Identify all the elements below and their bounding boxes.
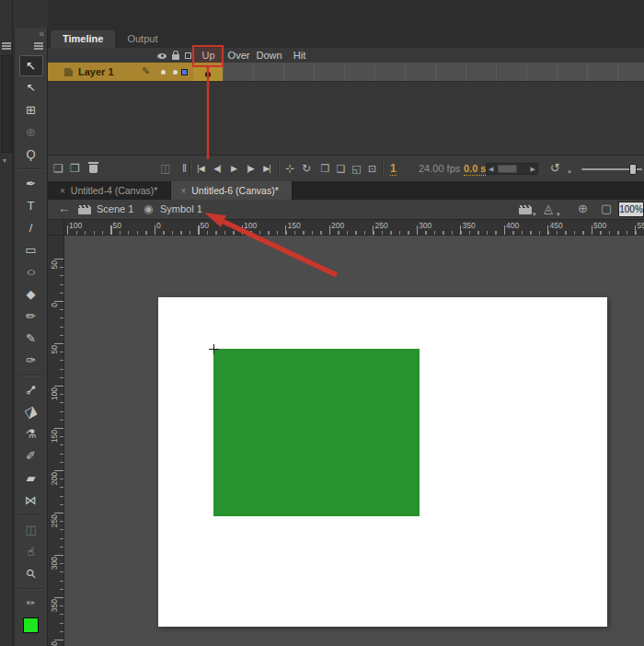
- scrollbar-thumb[interactable]: [498, 165, 517, 173]
- collapse-panel-button[interactable]: «: [39, 29, 44, 39]
- hand-tool[interactable]: ☝: [14, 540, 48, 562]
- playhead-marker-icon[interactable]: ‖: [182, 162, 187, 175]
- close-tab-icon[interactable]: ×: [60, 186, 65, 196]
- frame-cell[interactable]: [375, 63, 406, 81]
- current-frame-field[interactable]: 1: [390, 162, 397, 176]
- lock-icon[interactable]: [172, 54, 179, 60]
- frame-cell[interactable]: [588, 63, 618, 81]
- stage-zoom-field[interactable]: 100%: [618, 202, 644, 217]
- paint-brush-tool[interactable]: ✑: [14, 349, 48, 371]
- step-back-button[interactable]: ◀|: [209, 161, 225, 176]
- center-stage-crosshair-icon[interactable]: ⊕: [578, 202, 588, 215]
- eraser-tool[interactable]: ▰: [14, 467, 48, 489]
- scroll-left-arrow-icon[interactable]: ◀: [489, 165, 493, 174]
- step-forward-button[interactable]: |▶: [242, 161, 259, 176]
- stage-canvas[interactable]: [158, 297, 607, 627]
- frame-cell[interactable]: [254, 63, 284, 81]
- collapsed-panel-slot[interactable]: [1, 55, 12, 153]
- frame-label[interactable]: Down: [254, 48, 284, 63]
- layer-lock-dot[interactable]: [173, 70, 178, 75]
- tool[interactable]: [14, 165, 48, 172]
- frame-cell[interactable]: [466, 63, 497, 81]
- loop-playback-button[interactable]: ↻: [302, 162, 311, 175]
- bone-tool[interactable]: ⊶: [14, 378, 48, 400]
- fill-color-swatch[interactable]: [14, 614, 48, 636]
- eye-icon[interactable]: [157, 53, 167, 59]
- back-arrow-button[interactable]: ←: [58, 202, 70, 215]
- zoom-tool[interactable]: ⚲: [14, 562, 48, 584]
- frame-label[interactable]: Hit: [284, 48, 315, 63]
- onion-skin-button[interactable]: ❒: [317, 161, 333, 176]
- eyedropper-tool[interactable]: ✐: [14, 444, 48, 467]
- breadcrumb-symbol[interactable]: Symbol 1: [160, 203, 202, 214]
- frame-label[interactable]: Over: [224, 48, 254, 63]
- delete-layer-trash-button[interactable]: [89, 165, 98, 173]
- selection-tool[interactable]: ↖: [19, 55, 43, 76]
- edit-symbol-icon[interactable]: ◬: [544, 202, 553, 215]
- timeline-horizontal-scrollbar[interactable]: ◀ ▶: [486, 163, 538, 175]
- breadcrumb-scene[interactable]: Scene 1: [97, 203, 133, 214]
- polystar-tool[interactable]: ◆: [14, 283, 48, 305]
- layer-outline-color-swatch[interactable]: [181, 69, 188, 75]
- layer-visible-dot[interactable]: [161, 70, 166, 75]
- tool[interactable]: [14, 371, 48, 378]
- modify-markers-button[interactable]: ⊡: [364, 161, 380, 176]
- panel-tab[interactable]: Output: [115, 30, 169, 48]
- frame-cell[interactable]: [618, 63, 644, 81]
- panel-menu-icon[interactable]: [2, 45, 11, 47]
- text-tool[interactable]: T: [14, 194, 48, 216]
- close-tab-icon[interactable]: ×: [180, 186, 186, 196]
- go-to-first-frame-button[interactable]: |◀: [192, 161, 209, 176]
- stroke-color-tool[interactable]: ✏: [14, 592, 48, 614]
- camera-toggle-icon[interactable]: ◫: [160, 162, 170, 175]
- 3d-rotation-tool[interactable]: ⊕: [14, 121, 48, 143]
- rectangle-tool[interactable]: ▭: [14, 238, 48, 260]
- frame-cell[interactable]: [224, 63, 254, 81]
- tool[interactable]: [14, 584, 48, 592]
- timeline-empty-area[interactable]: [48, 82, 644, 155]
- oval-tool[interactable]: ○: [14, 260, 48, 283]
- ink-bottle-tool[interactable]: ⚗: [14, 422, 48, 444]
- reset-timeline-zoom-button[interactable]: ↺: [550, 162, 560, 175]
- tools-menu-icon[interactable]: [34, 45, 43, 47]
- frame-cell[interactable]: [345, 63, 375, 81]
- frame-cell[interactable]: [558, 63, 588, 81]
- document-tab[interactable]: × Untitled-6 (Canvas)*: [171, 181, 292, 200]
- free-transform-tool[interactable]: ⊞: [14, 98, 48, 121]
- layer-name-area[interactable]: Layer 1 ✎: [48, 63, 193, 81]
- scene-clapperboard-icon[interactable]: [78, 205, 91, 214]
- onion-skin-outlines-button[interactable]: ❑: [333, 161, 349, 176]
- frame-cell[interactable]: [527, 63, 558, 81]
- frame-rate-label[interactable]: 24.00 fps: [419, 162, 460, 175]
- panel-tab[interactable]: Timeline: [51, 30, 115, 48]
- frame-cell[interactable]: [406, 63, 436, 81]
- edit-multiple-frames-button[interactable]: ◱: [349, 161, 364, 176]
- scroll-right-arrow-icon[interactable]: ▶: [531, 165, 535, 174]
- line-tool[interactable]: /: [14, 216, 48, 238]
- timeline-menu-triangle-icon[interactable]: ▴: [568, 165, 571, 178]
- elapsed-time-field[interactable]: 0.0 s: [464, 162, 486, 176]
- lasso-tool[interactable]: Ϙ: [14, 143, 48, 165]
- camera-tool[interactable]: ◫: [14, 518, 48, 540]
- frame-cell[interactable]: [497, 63, 527, 81]
- chevron-down-icon[interactable]: ▾: [3, 156, 6, 165]
- tool[interactable]: [14, 511, 48, 518]
- new-layer-button[interactable]: ❏: [53, 162, 63, 175]
- green-rectangle-shape[interactable]: [213, 349, 420, 516]
- brush-tool[interactable]: ✎: [14, 327, 48, 349]
- pasteboard[interactable]: [64, 236, 644, 646]
- play-button[interactable]: ▶: [225, 161, 242, 176]
- edit-scene-icon[interactable]: [519, 205, 532, 214]
- go-to-last-frame-button[interactable]: ▶|: [259, 161, 275, 176]
- edit-scene-caret-icon[interactable]: ▾: [533, 211, 536, 218]
- width-tool[interactable]: ⋈: [14, 489, 48, 511]
- clip-content-outside-stage-icon[interactable]: ▢: [601, 202, 612, 215]
- subselection-tool[interactable]: ↖: [14, 76, 48, 98]
- frame-cell[interactable]: [315, 63, 345, 81]
- document-tab[interactable]: × Untitled-4 (Canvas)*: [51, 181, 171, 200]
- paint-bucket-tool[interactable]: ◪: [14, 400, 48, 422]
- outline-square-icon[interactable]: [185, 52, 191, 59]
- new-folder-button[interactable]: ❐: [70, 162, 80, 175]
- frame-cell[interactable]: [284, 63, 315, 81]
- pen-tool[interactable]: ✒: [14, 172, 48, 194]
